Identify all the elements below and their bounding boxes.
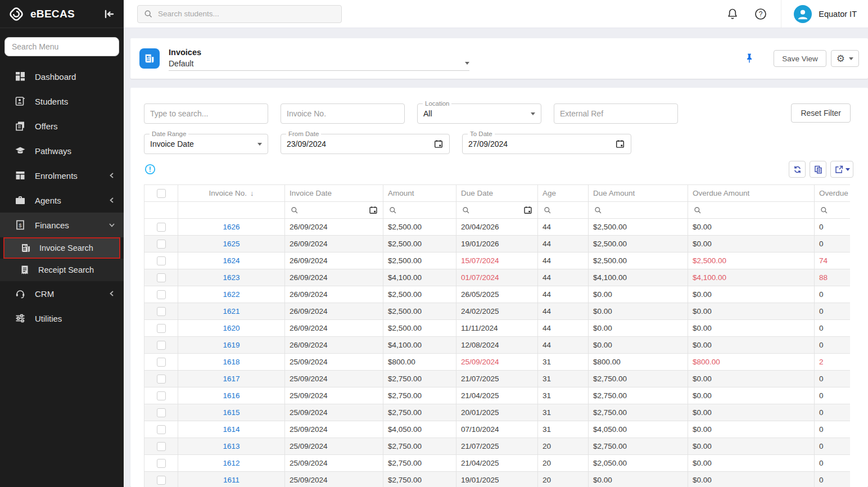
calendar-icon[interactable] [433, 139, 444, 149]
copy-button[interactable] [810, 161, 826, 178]
column-header-invoice-no[interactable]: Invoice No.↓ [178, 185, 285, 202]
invoice-date-cell: 25/09/2024 [285, 371, 383, 387]
column-header-amount[interactable]: Amount [383, 185, 456, 202]
row-checkbox[interactable] [157, 476, 166, 485]
view-select[interactable]: Default [169, 59, 469, 71]
user-name[interactable]: Equator IT [819, 10, 857, 19]
filter-due-date[interactable] [456, 202, 538, 219]
external-ref-field[interactable] [554, 103, 678, 124]
global-search-field[interactable] [144, 103, 268, 124]
invoice-link[interactable]: 1622 [223, 290, 239, 299]
filter-due-amount[interactable] [589, 202, 688, 219]
date-range-select[interactable]: Date Range Invoice Date [144, 134, 268, 154]
student-search[interactable] [137, 5, 342, 23]
calendar-icon[interactable] [368, 205, 378, 215]
filter-overdue-by[interactable] [815, 202, 851, 219]
invoice-no-field[interactable] [281, 103, 405, 124]
invoice-link[interactable]: 1621 [223, 307, 239, 315]
row-checkbox[interactable] [157, 425, 166, 434]
filter-age[interactable] [538, 202, 589, 219]
row-checkbox[interactable] [157, 307, 166, 316]
notifications-bell-icon[interactable] [726, 7, 739, 21]
sidebar-search-input[interactable] [4, 37, 119, 56]
invoice-link[interactable]: 1618 [223, 358, 239, 366]
dashboard-icon [15, 71, 26, 82]
export-button[interactable] [830, 161, 853, 178]
student-search-input[interactable] [158, 10, 336, 18]
invoice-link[interactable]: 1619 [223, 341, 239, 349]
refresh-button[interactable] [789, 161, 806, 178]
filter-amount[interactable] [383, 202, 456, 219]
sidebar-item-utilities[interactable]: Utilities [0, 306, 124, 331]
global-search-input[interactable] [150, 109, 262, 118]
invoice-link[interactable]: 1613 [223, 442, 239, 450]
info-icon[interactable] [144, 164, 156, 175]
sidebar-item-agents[interactable]: Agents [0, 188, 124, 213]
invoice-link[interactable]: 1620 [223, 324, 239, 332]
location-value: All [423, 109, 531, 118]
invoice-link[interactable]: 1616 [223, 391, 239, 400]
invoice-no-input[interactable] [287, 109, 399, 118]
calendar-icon[interactable] [615, 139, 625, 149]
invoice-link[interactable]: 1623 [223, 273, 239, 282]
location-select[interactable]: Location All [417, 103, 541, 124]
amount-cell: $2,750.00 [383, 472, 456, 487]
from-date-field[interactable]: From Date 23/09/2024 [281, 134, 450, 154]
invoice-link[interactable]: 1626 [223, 223, 239, 231]
sidebar-item-crm[interactable]: CRM [0, 281, 124, 306]
settings-gear-button[interactable]: ⚙ [831, 50, 859, 67]
row-checkbox[interactable] [157, 324, 166, 333]
sidebar-item-pathways[interactable]: Pathways [0, 138, 124, 163]
row-checkbox[interactable] [157, 391, 166, 400]
sidebar-item-invoice-search[interactable]: Invoice Search [3, 237, 120, 259]
row-checkbox[interactable] [157, 341, 166, 350]
invoice-link[interactable]: 1611 [223, 476, 239, 484]
help-icon[interactable]: ? [754, 7, 767, 21]
row-checkbox[interactable] [157, 442, 166, 451]
invoice-link[interactable]: 1614 [223, 425, 239, 434]
invoice-link[interactable]: 1624 [223, 256, 239, 265]
save-view-button[interactable]: Save View [774, 50, 826, 67]
filter-overdue-amount[interactable] [688, 202, 815, 219]
sidebar-item-dashboard[interactable]: Dashboard [0, 64, 124, 89]
calendar-icon[interactable] [523, 205, 533, 215]
due-date-cell: 21/04/2025 [456, 387, 538, 404]
sidebar-item-offers[interactable]: Offers [0, 114, 124, 138]
row-checkbox[interactable] [157, 223, 166, 232]
column-header-overdue-by[interactable]: Overdue by [815, 185, 851, 202]
invoice-link[interactable]: 1615 [223, 408, 239, 417]
column-header-overdue-amount[interactable]: Overdue Amount [688, 185, 815, 202]
invoice-link[interactable]: 1612 [223, 459, 239, 467]
row-checkbox[interactable] [157, 256, 166, 265]
sidebar-collapse-icon[interactable] [102, 7, 116, 21]
due-amount-cell: $2,750.00 [589, 371, 688, 387]
sidebar-item-students[interactable]: Students [0, 89, 124, 114]
column-header-invoice-date[interactable]: Invoice Date [285, 185, 383, 202]
row-checkbox[interactable] [157, 273, 166, 282]
sidebar-item-enrolments[interactable]: Enrolments [0, 163, 124, 188]
age-cell: 44 [538, 236, 589, 252]
select-all-checkbox[interactable] [157, 189, 166, 198]
to-date-field[interactable]: To Date 27/09/2024 [462, 134, 631, 154]
sidebar-item-receipt-search[interactable]: Receipt Search [0, 259, 124, 281]
reset-filter-button[interactable]: Reset Filter [791, 103, 851, 123]
filter-invoice-date[interactable] [285, 202, 383, 219]
to-date-label: To Date [468, 130, 495, 138]
row-checkbox[interactable] [157, 459, 166, 468]
external-ref-input[interactable] [560, 109, 672, 118]
filter-invoice-no[interactable] [178, 202, 285, 219]
row-checkbox[interactable] [157, 408, 166, 417]
column-header-age[interactable]: Age [538, 185, 589, 202]
column-header-due-date[interactable]: Due Date [456, 185, 538, 202]
row-checkbox[interactable] [157, 358, 166, 367]
invoice-search-card: Location All Reset Filter Date Range Inv… [130, 88, 868, 487]
row-checkbox[interactable] [157, 375, 166, 384]
row-checkbox[interactable] [157, 240, 166, 249]
row-checkbox[interactable] [157, 290, 166, 299]
invoice-link[interactable]: 1625 [223, 240, 239, 248]
column-header-due-amount[interactable]: Due Amount [589, 185, 688, 202]
sidebar-item-finances[interactable]: $Finances [0, 213, 124, 237]
user-avatar[interactable] [794, 5, 812, 23]
invoice-link[interactable]: 1617 [223, 375, 239, 383]
pin-icon[interactable] [743, 52, 756, 65]
